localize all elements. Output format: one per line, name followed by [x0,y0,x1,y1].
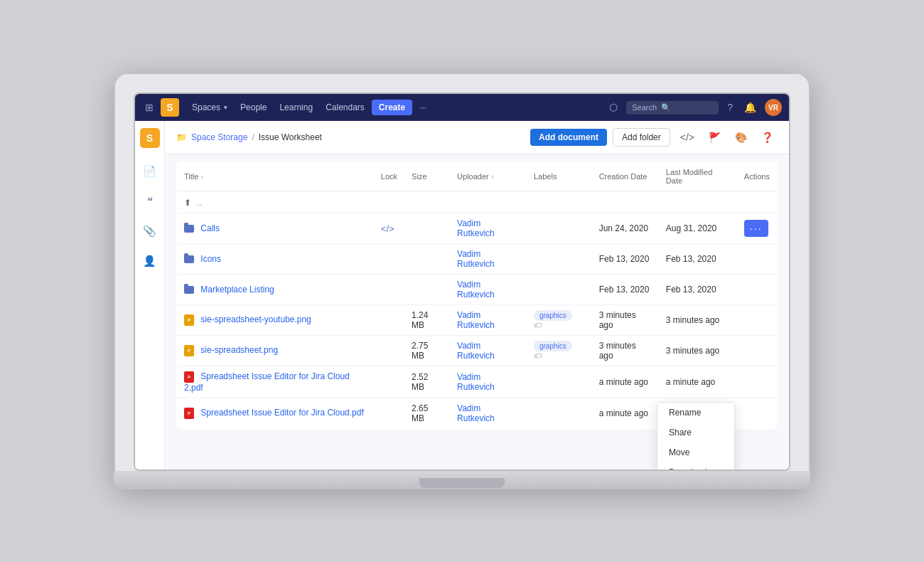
col-size[interactable]: Size [404,162,450,191]
actions-dots-button[interactable]: ··· [744,220,768,237]
actions-cell [737,275,778,305]
parent-nav-cell[interactable]: ⬆ .. [177,191,778,213]
uploader-link[interactable]: Vadim Rutkevich [457,372,495,392]
search-icon: 🔍 [661,103,671,112]
file-link[interactable]: Marketplace Listing [200,285,274,295]
context-menu-rename[interactable]: Rename [657,403,734,423]
col-labels[interactable]: Labels [527,162,592,191]
file-link[interactable]: Icons [200,254,221,264]
uploader-link[interactable]: Vadim Rutkevich [457,218,495,238]
uploader-cell: Vadim Rutkevich [450,213,527,244]
context-menu-download[interactable]: Download [657,462,734,470]
toolbar: 📁 Space Storage / Issue Worksheet Add do… [165,121,789,154]
col-title[interactable]: Title ↑ [177,162,374,191]
breadcrumb-parent[interactable]: Space Storage [191,132,247,142]
sidebar-logo[interactable]: S [140,128,160,148]
col-uploader[interactable]: Uploader ↑ [450,162,527,191]
parent-nav-row: ⬆ .. [177,191,778,213]
create-button[interactable]: Create [372,100,412,115]
col-lock[interactable]: Lock [374,162,404,191]
table-row: Icons Vadim Rutkevich Feb 13, 2020 [177,244,778,275]
nav-item-spaces[interactable]: Spaces▾ [186,100,233,115]
nav-item-learning[interactable]: Learning [274,100,318,115]
label-tag[interactable]: graphics [534,310,572,321]
help-circle-icon[interactable]: ❓ [757,129,778,146]
uploader-link[interactable]: Vadim Rutkevich [457,403,495,423]
creation-date-cell: a minute ago [592,366,659,398]
nav-items: Spaces▾ People Learning Calendars Create… [186,100,432,115]
labels-cell [527,213,592,244]
col-creation-date[interactable]: Creation Date [592,162,659,191]
modified-date-cell: Feb 13, 2020 [659,275,737,305]
context-menu-share[interactable]: Share [657,423,734,442]
folder-icon [184,286,194,294]
lock-cell [374,244,404,275]
labels-cell [527,275,592,305]
search-bar[interactable]: Search 🔍 [626,101,719,115]
top-navigation: ⊞ S Spaces▾ People Learning Calendars Cr… [135,94,789,121]
size-cell: 2.52 MB [404,366,450,398]
search-text: Search [632,103,657,112]
nav-item-calendars[interactable]: Calendars [320,100,370,115]
modified-date-cell: 3 minutes ago [659,336,737,366]
file-link[interactable]: Spreadsheet Issue Editor for Jira Cloud.… [200,408,363,418]
add-document-button[interactable]: Add document [530,129,607,146]
more-nav-button[interactable]: ··· [414,100,432,115]
quote-icon[interactable]: ❝ [144,192,156,211]
file-link[interactable]: Spreadsheet Issue Editor for Jira Cloud … [184,371,350,393]
uploader-cell: Vadim Rutkevich [450,275,527,305]
tag-icon[interactable]: 🏷 [534,321,542,329]
file-title-cell: Calls [177,213,374,244]
code-embed-icon[interactable]: </> [676,129,699,146]
size-cell: 1.24 MB [404,305,450,336]
lock-cell [374,336,404,366]
uploader-link[interactable]: Vadim Rutkevich [457,341,495,361]
nav-item-people[interactable]: People [235,100,272,115]
attachment-icon[interactable]: 📎 [140,222,159,240]
app-logo[interactable]: S [161,98,179,117]
flag-icon[interactable]: 🚩 [704,129,725,146]
file-link[interactable]: sie-spreadsheet-youtube.png [200,314,311,324]
creation-date-cell: Feb 13, 2020 [592,244,659,275]
file-title-cell: Icons [177,244,374,275]
uploader-cell: Vadim Rutkevich [450,336,527,366]
external-icon[interactable]: ⬡ [606,100,621,115]
label-tag[interactable]: graphics [534,341,572,351]
document-icon[interactable]: 📄 [140,162,159,181]
context-menu-move[interactable]: Move [657,442,734,462]
context-menu: Rename Share Move Download Delete Restri… [657,402,735,470]
actions-cell [737,244,778,275]
uploader-cell: Vadim Rutkevich [450,305,527,336]
notifications-icon[interactable]: 🔔 [741,100,759,115]
laptop-frame: ⊞ S Spaces▾ People Learning Calendars Cr… [114,73,810,489]
uploader-cell: Vadim Rutkevich [450,398,527,429]
labels-cell [527,244,592,275]
lock-cell: </> [374,213,404,244]
file-link[interactable]: Calls [200,223,220,233]
table-header-row: Title ↑ Lock Size Uploader ↑ Labels Crea… [177,162,778,191]
file-title-cell: P Spreadsheet Issue Editor for Jira Clou… [177,366,374,398]
size-cell [404,244,450,275]
uploader-link[interactable]: Vadim Rutkevich [457,249,495,269]
file-link[interactable]: sie-spreadsheet.png [200,345,278,355]
help-icon[interactable]: ? [724,100,736,115]
col-last-modified[interactable]: Last Modified Date [659,162,737,191]
table-row: P sie-spreadsheet.png 2.75 MB Vadim Rutk… [177,336,778,366]
breadcrumb: 📁 Space Storage / Issue Worksheet [176,132,322,142]
left-sidebar: S 📄 ❝ 📎 👤 [135,121,165,470]
lock-cell [374,305,404,336]
user-icon[interactable]: 👤 [140,252,159,270]
upload-icon: ⬆ [184,198,191,208]
pdf-icon: P [184,371,194,383]
uploader-link[interactable]: Vadim Rutkevich [457,280,495,299]
actions-cell: ··· [737,213,778,244]
tag-icon[interactable]: 🏷 [534,351,542,360]
add-folder-button[interactable]: Add folder [613,128,670,147]
actions-cell [737,305,778,336]
pdf-icon: P [184,408,194,419]
user-avatar[interactable]: VR [765,99,782,116]
grid-icon[interactable]: ⊞ [142,99,156,116]
uploader-link[interactable]: Vadim Rutkevich [457,310,495,330]
modified-date-cell: a minute ago [659,366,737,398]
palette-icon[interactable]: 🎨 [731,129,751,146]
